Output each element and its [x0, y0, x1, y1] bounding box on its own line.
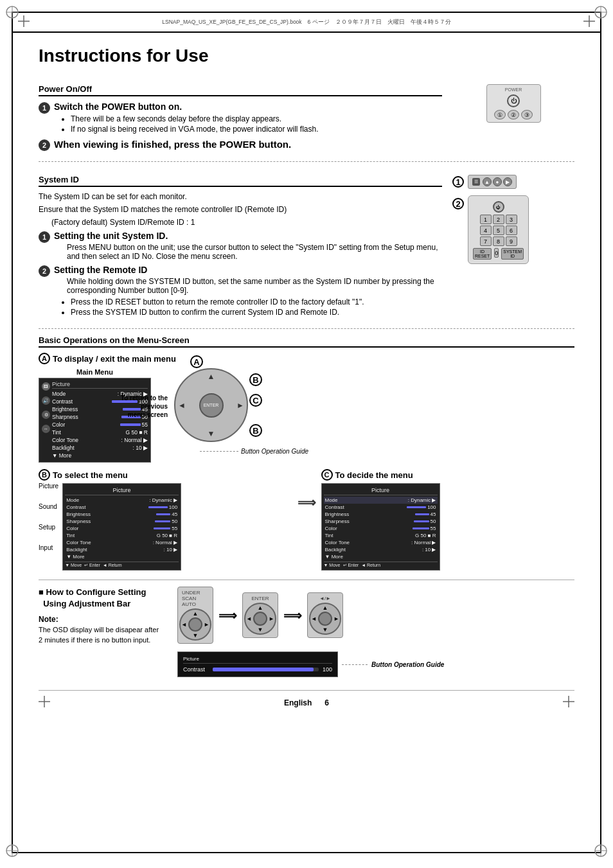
header-marks-row: LSNAP_MAQ_US_XE_JP(GB_FE_ES_DE_CS_JP).bo… [13, 13, 600, 31]
sysid-step2-body: While holding down the SYSTEM ID button,… [67, 277, 442, 295]
subsection-a-header: A To display / exit the main menu [39, 353, 574, 364]
nav-b-label-top: B [249, 373, 262, 386]
b-row-backlight: Backlight: 10 ▶ [65, 546, 179, 553]
sysid-power-btn: ⏻ [493, 201, 504, 213]
c-colortone-val: : Normal ▶ [411, 540, 436, 545]
c-backlight: Backlight [325, 547, 346, 553]
power-header: Power On/Off [39, 84, 442, 96]
c-color-bar: 55 [413, 526, 436, 531]
b-row-mode: Mode: Dynamic ▶ [65, 497, 179, 504]
footer-page-number: 6 [324, 698, 329, 707]
enter-text: ENTER [204, 403, 219, 407]
sysid-btn-9: 9 [506, 236, 517, 246]
sysid-step1-num: 1 [39, 231, 50, 243]
b-more: ▼ More [66, 554, 84, 560]
c-contrast-bar: 100 [407, 504, 436, 510]
subsection-b-title: To select the menu [53, 470, 128, 480]
sysid-desc1: The System ID can be set for each monito… [39, 192, 442, 201]
mode-label: Mode [52, 391, 66, 397]
menu-icon-input: ↔ [42, 425, 50, 433]
menu-row-color: Color 55 [52, 421, 148, 429]
b-contrast: Contrast [66, 504, 85, 510]
b-colortone-val: : Normal ▶ [153, 540, 177, 545]
crosshair-left [18, 15, 30, 29]
power-step2-block: 2 When viewing is finished, press the PO… [39, 139, 442, 151]
nav-buttons: ENTER ▲ ▼ ◄ ► [174, 368, 248, 442]
adj-btn-op-guide: Button Operation Guide [371, 661, 444, 668]
nav-a-label: A [190, 355, 203, 368]
tint-label: Tint [52, 429, 61, 436]
btn-op-guide-label: Button Operation Guide [241, 448, 308, 455]
subsection-c: C To decide the menu Picture Mode: Dynam… [321, 469, 575, 571]
adj-contrast-label: Contrast [183, 666, 209, 673]
adj-right-3: ► [333, 616, 339, 622]
sysid-id-reset: ID RESET [473, 248, 492, 260]
c-nav-guide: ▼ Move ↵ Enter ◄ Return [324, 562, 438, 568]
c-mode: Mode [325, 497, 338, 503]
menu-picture-label: Picture [52, 381, 148, 389]
menu-row-backlight: Backlight : 10 ▶ [52, 444, 148, 452]
adj-left-2: ◄ [246, 616, 252, 622]
adj-content: ■ How to Configure Setting Using Adjustm… [39, 587, 574, 677]
b-mode: Mode [66, 497, 79, 503]
letter-c-marker: C [321, 469, 333, 481]
sysid-full-remote: ⏻ 1 2 3 4 5 6 7 8 9 I [468, 195, 529, 264]
dotted-line-guide [200, 451, 238, 452]
adj-left-text: ■ How to Configure Setting Using Adjustm… [39, 587, 167, 645]
adj-nav-ring-3: ▲ ▼ ◄ ► [309, 603, 341, 635]
sysid-btn-5: 5 [493, 226, 504, 235]
adj-nav-ring-2: ▲ ▼ ◄ ► [244, 603, 276, 635]
footer-crosshair-left [39, 696, 50, 709]
power-remote-nums: ① ② ③ [492, 110, 535, 120]
b-menu-screen: Picture Mode: Dynamic ▶ Contrast100 Brig… [62, 483, 181, 571]
label-input: Input [39, 545, 58, 551]
contrast-label: Contrast [52, 398, 73, 405]
menu-icon-sound: 🔊 [42, 396, 50, 405]
divider-2 [39, 328, 574, 329]
power-right-illustration: POWER ⏻ ① ② ③ [452, 78, 574, 155]
footer-crosshair-right [563, 696, 574, 709]
c-colortone: Color Tone [325, 540, 350, 545]
sysid-step1-content: Setting the unit System ID. Press MENU b… [54, 231, 442, 261]
sysid-btn-2: 2 [493, 215, 504, 224]
sysid-right-illustrations: 1 ☰ ▲ ● ▶ 2 ⏻ [452, 168, 574, 322]
sysid-left: System ID The System ID can be set for e… [39, 168, 442, 322]
color-value: 55 [120, 421, 148, 428]
how-to-configure-title: ■ How to Configure Setting Using Adjustm… [39, 587, 167, 610]
menu-screen: 🖼 🔊 ⚙ ↔ Picture Mode: Dynamic ▶ Con [39, 378, 151, 463]
backlight-value: : 10 ▶ [132, 445, 148, 451]
nav-down-arrow: ▼ [208, 429, 215, 438]
menu-row-colortone: Color Tone : Normal ▶ [52, 436, 148, 444]
adj-nav-ring-1: ▲ ▼ ◄ ► [179, 608, 211, 641]
return-label: To return to the previousmenu-screen [110, 394, 168, 419]
adj-right-2: ► [269, 616, 274, 622]
content-area: Instructions for Use Power On/Off 1 Swit… [13, 33, 600, 729]
step1-num: 1 [39, 102, 50, 114]
menu-icon: ☰ [472, 178, 480, 186]
basic-ops-header: Basic Operations on the Menu-Screen [39, 335, 574, 348]
b-nav-guide: ▼ Move ↵ Enter ◄ Return [65, 562, 179, 568]
sysid-btn-6: 6 [506, 226, 517, 235]
adj-buttons-row: UNDER SCAN AUTO ▲ ▼ ◄ ► [177, 587, 574, 644]
menu-content-col: Picture Mode: Dynamic ▶ Contrast 100 Bri… [52, 381, 148, 459]
brightness-label: Brightness [52, 406, 78, 412]
basic-ops-section: Basic Operations on the Menu-Screen A To… [39, 335, 574, 677]
c-brightness-bar: 45 [415, 511, 436, 517]
b-picture-header: Picture [65, 486, 179, 495]
c-sharpness: Sharpness [325, 518, 350, 524]
c-enter: ↵ Enter [343, 563, 359, 568]
subsection-bc: B To select the menu Picture Sound Setup… [39, 469, 574, 571]
sysid-step2-content: Setting the Remote ID While holding down… [54, 265, 442, 318]
b-enter: ↵ Enter [84, 563, 100, 568]
sysid-btn-1: 1 [480, 215, 492, 224]
c-row-tint: TintG 50 ■ R [324, 532, 438, 539]
pnum-1: ① [494, 110, 506, 120]
menu-icon-pic: 🖼 [42, 382, 50, 391]
adj-down-2: ▼ [258, 626, 263, 633]
step2-num: 2 [39, 139, 50, 151]
c-row-color: Color55 [324, 525, 438, 532]
reg-mark-tr [594, 5, 608, 21]
sysid-system-id: SYSTEM ID [501, 248, 524, 260]
sysid-illus-2: 2 ⏻ 1 2 3 4 5 6 7 8 9 [452, 195, 574, 264]
note-body: The OSD display will be disapear after2 … [39, 625, 167, 645]
